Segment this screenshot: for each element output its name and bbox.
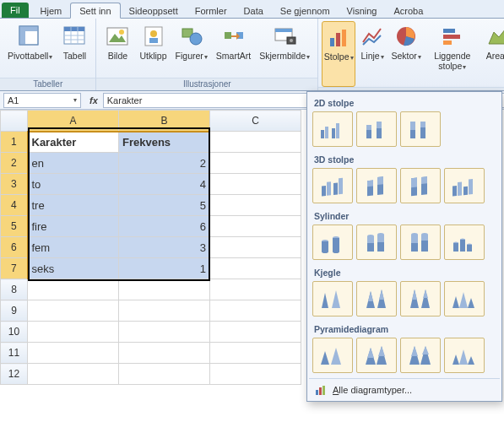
chart-cone-3d[interactable] [444, 281, 485, 316]
cell-a12[interactable] [28, 364, 119, 385]
cell-b4[interactable]: 5 [119, 195, 210, 216]
col-header-c[interactable]: C [210, 111, 301, 132]
chart-cone-100stacked[interactable] [400, 281, 441, 316]
cell-b6[interactable]: 3 [119, 237, 210, 258]
chart-2d-100stacked[interactable] [400, 111, 441, 147]
line-chart-button[interactable]: Linje▾ [355, 21, 389, 87]
chart-3d-100stacked[interactable] [400, 168, 441, 203]
chart-cone-stacked[interactable] [356, 281, 397, 316]
cell-c7[interactable] [210, 258, 301, 279]
chart-pyr-clustered[interactable] [312, 338, 353, 373]
section-cone: Kjegle [309, 265, 500, 279]
cell-b8[interactable] [119, 279, 210, 300]
cell-a5[interactable]: fire [28, 216, 119, 237]
clipart-button[interactable]: Utklipp [135, 21, 171, 78]
chart-cone-clustered[interactable] [312, 281, 353, 316]
chart-cyl-3d[interactable] [444, 225, 485, 260]
row-header-5[interactable]: 5 [1, 216, 28, 237]
tab-data[interactable]: Data [236, 3, 272, 18]
row-header-4[interactable]: 4 [1, 195, 28, 216]
cell-c6[interactable] [210, 237, 301, 258]
chart-3d-clustered[interactable] [312, 168, 353, 203]
row-header-10[interactable]: 10 [1, 322, 28, 343]
cell-a9[interactable] [28, 300, 119, 322]
cell-a4[interactable]: tre [28, 195, 119, 216]
cell-c10[interactable] [210, 322, 301, 343]
row-header-8[interactable]: 8 [1, 279, 28, 300]
name-box[interactable]: A1 ▾ [3, 93, 81, 108]
cell-b9[interactable] [119, 300, 210, 322]
cell-a6[interactable]: fem [28, 237, 119, 258]
row-header-11[interactable]: 11 [1, 343, 28, 364]
chart-pyr-3d[interactable] [444, 338, 485, 373]
cell-c11[interactable] [210, 343, 301, 364]
chart-3d-column[interactable] [444, 168, 485, 203]
tab-formulas[interactable]: Formler [187, 3, 236, 18]
chart-cyl-stacked[interactable] [356, 225, 397, 260]
cell-c2[interactable] [210, 153, 301, 174]
row-header-9[interactable]: 9 [1, 300, 28, 322]
chart-2d-clustered[interactable] [312, 111, 353, 147]
tab-acrobat[interactable]: Acroba [385, 3, 431, 18]
fx-icon[interactable]: fx [84, 95, 103, 106]
row-header-7[interactable]: 7 [1, 258, 28, 279]
row-header-2[interactable]: 2 [1, 153, 28, 174]
chart-cyl-100stacked[interactable] [400, 225, 441, 260]
pivot-table-button[interactable]: Pivottabell▾ [3, 21, 57, 78]
row-header-1[interactable]: 1 [1, 132, 28, 153]
cell-a2[interactable]: en [28, 153, 119, 174]
cell-c3[interactable] [210, 174, 301, 195]
chart-2d-stacked[interactable] [356, 111, 397, 147]
chart-pyr-100stacked[interactable] [400, 338, 441, 373]
cell-b5[interactable]: 6 [119, 216, 210, 237]
bar-chart-button[interactable]: Liggende stolpe▾ [423, 21, 481, 87]
cell-a10[interactable] [28, 322, 119, 343]
col-header-b[interactable]: B [119, 111, 210, 132]
tab-page-layout[interactable]: Sideoppsett [121, 3, 187, 18]
picture-button[interactable]: Bilde [100, 21, 135, 78]
cell-b11[interactable] [119, 343, 210, 364]
shapes-button[interactable]: Figurer▾ [171, 21, 212, 78]
grid[interactable]: A B C 1 Karakter Frekvens 2en2 3to4 4tre… [0, 110, 301, 385]
cell-c12[interactable] [210, 364, 301, 385]
cell-c9[interactable] [210, 300, 301, 322]
cell-a11[interactable] [28, 343, 119, 364]
cell-a7[interactable]: seks [28, 258, 119, 279]
tab-file[interactable]: Fil [2, 3, 29, 18]
chart-pyr-stacked[interactable] [356, 338, 397, 373]
tab-home[interactable]: Hjem [32, 3, 71, 18]
cell-c4[interactable] [210, 195, 301, 216]
select-all-corner[interactable] [1, 111, 28, 132]
chart-cyl-clustered[interactable] [312, 225, 353, 260]
area-chart-button[interactable]: Areal▾ [481, 21, 504, 87]
tab-view[interactable]: Visning [339, 3, 386, 18]
cell-c1[interactable] [210, 132, 301, 153]
cell-b1[interactable]: Frekvens [119, 132, 210, 153]
cell-b12[interactable] [119, 364, 210, 385]
cell-a3[interactable]: to [28, 174, 119, 195]
cell-a1[interactable]: Karakter [28, 132, 119, 153]
pie-chart-button[interactable]: Sektor▾ [389, 21, 423, 87]
svg-rect-30 [443, 35, 460, 39]
row-header-6[interactable]: 6 [1, 237, 28, 258]
cell-b3[interactable]: 4 [119, 174, 210, 195]
tab-insert[interactable]: Sett inn [70, 3, 120, 19]
tab-review[interactable]: Se gjennom [272, 3, 339, 18]
table-button[interactable]: Tabell [57, 21, 92, 78]
cell-a8[interactable] [28, 279, 119, 300]
column-chart-button[interactable]: Stolpe▾ [322, 21, 355, 87]
cell-b2[interactable]: 2 [119, 153, 210, 174]
chart-3d-stacked[interactable] [356, 168, 397, 203]
col-header-a[interactable]: A [28, 111, 119, 132]
smartart-button[interactable]: SmartArt [212, 21, 255, 78]
row-header-12[interactable]: 12 [1, 364, 28, 385]
row-header-3[interactable]: 3 [1, 174, 28, 195]
cell-c8[interactable] [210, 279, 301, 300]
cell-b10[interactable] [119, 322, 210, 343]
pie-chart-label: Sektor▾ [391, 51, 420, 62]
all-chart-types[interactable]: AAlle diagramtyper...lle diagramtyper... [309, 378, 500, 401]
cell-b7[interactable]: 1 [119, 258, 210, 279]
cell-c5[interactable] [210, 216, 301, 237]
all-chart-types-icon [314, 383, 328, 397]
screenshot-button[interactable]: Skjermbilde▾ [255, 21, 314, 78]
